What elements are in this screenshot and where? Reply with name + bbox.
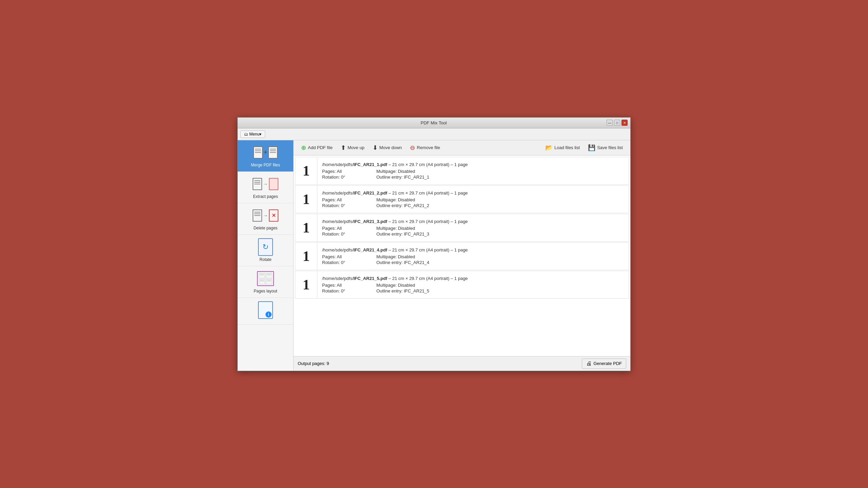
file-item[interactable]: 1 /home/sde/pdfs/IFC_AR21_5.pdf – 21 cm … (295, 271, 629, 299)
right-panel: ⊕ Add PDF file ⬆ Move up ⬇ Move down ⊖ R… (294, 140, 630, 371)
sidebar-item-merge[interactable]: + Merge PDF files (238, 140, 293, 172)
close-button[interactable]: ✕ (622, 120, 628, 126)
titlebar-buttons: — □ ✕ (607, 120, 628, 126)
menubar: 🗂 Menu▾ (238, 128, 630, 140)
file-path: /home/sde/pdfs/IFC_AR21_3.pdf – 21 cm × … (322, 219, 468, 224)
file-page-num: 1 (303, 163, 310, 179)
extract-icon: → (253, 176, 278, 192)
load-icon: 📂 (545, 144, 553, 151)
load-files-button[interactable]: 📂 Load files list (542, 142, 583, 153)
file-path: /home/sde/pdfs/IFC_AR21_4.pdf – 21 cm × … (322, 247, 468, 252)
file-outline: Outline entry: IFC_AR21_1 (376, 175, 444, 180)
file-list: 1 /home/sde/pdfs/IFC_AR21_1.pdf – 21 cm … (294, 156, 630, 356)
sidebar-item-info[interactable]: i (238, 298, 293, 325)
file-thumbnail: 1 (295, 243, 317, 270)
file-thumbnail: 1 (295, 157, 317, 184)
file-info: /home/sde/pdfs/IFC_AR21_4.pdf – 21 cm × … (317, 243, 473, 270)
save-files-label: Save files list (597, 145, 623, 150)
sidebar-item-layout[interactable]: Pages layout (238, 266, 293, 298)
file-meta: – 21 cm × 29.7 cm (A4 portrait) – 1 page (389, 276, 468, 281)
file-meta: – 21 cm × 29.7 cm (A4 portrait) – 1 page (389, 190, 468, 196)
file-multipage: Multipage: Disabled (376, 254, 444, 259)
minimize-button[interactable]: — (607, 120, 613, 126)
file-item[interactable]: 1 /home/sde/pdfs/IFC_AR21_2.pdf – 21 cm … (295, 185, 629, 213)
generate-label: Generate PDF (593, 361, 622, 366)
file-rotation: Rotation: 0° (322, 231, 376, 237)
output-pages-label: Output pages: 9 (298, 361, 329, 366)
file-meta: – 21 cm × 29.7 cm (A4 portrait) – 1 page (389, 219, 468, 224)
sidebar-item-rotate[interactable]: ↻ Rotate (238, 235, 293, 266)
file-info: /home/sde/pdfs/IFC_AR21_1.pdf – 21 cm × … (317, 157, 473, 184)
file-info: /home/sde/pdfs/IFC_AR21_3.pdf – 21 cm × … (317, 214, 473, 241)
titlebar: PDF Mix Tool — □ ✕ (238, 118, 630, 128)
layout-icon (257, 270, 274, 287)
move-up-icon: ⬆ (341, 144, 346, 151)
file-thumbnail: 1 (295, 271, 317, 298)
file-page-num: 1 (303, 220, 310, 236)
file-name: IFC_AR21_2.pdf (354, 190, 388, 196)
file-details: Pages: All Multipage: Disabled Rotation:… (322, 197, 468, 208)
file-meta: – 21 cm × 29.7 cm (A4 portrait) – 1 page (389, 162, 468, 167)
file-path: /home/sde/pdfs/IFC_AR21_1.pdf – 21 cm × … (322, 162, 468, 167)
sidebar-item-label-layout: Pages layout (254, 289, 277, 293)
file-name: IFC_AR21_1.pdf (354, 162, 388, 167)
sidebar-item-label-delete: Delete pages (254, 226, 278, 230)
rotate-icon: ↻ (258, 239, 273, 255)
sidebar-item-label-extract: Extract pages (253, 194, 278, 199)
load-files-label: Load files list (554, 145, 580, 150)
add-pdf-button[interactable]: ⊕ Add PDF file (298, 142, 336, 153)
file-item[interactable]: 1 /home/sde/pdfs/IFC_AR21_1.pdf – 21 cm … (295, 157, 629, 185)
move-down-icon: ⬇ (373, 144, 378, 151)
file-meta: – 21 cm × 29.7 cm (A4 portrait) – 1 page (389, 247, 468, 252)
file-multipage: Multipage: Disabled (376, 283, 444, 288)
file-page-num: 1 (303, 191, 310, 207)
file-pages: Pages: All (322, 254, 376, 259)
sidebar-item-label-rotate: Rotate (259, 257, 271, 262)
file-details: Pages: All Multipage: Disabled Rotation:… (322, 169, 468, 180)
file-path: /home/sde/pdfs/IFC_AR21_5.pdf – 21 cm × … (322, 276, 468, 281)
file-name: IFC_AR21_3.pdf (354, 219, 388, 224)
file-item[interactable]: 1 /home/sde/pdfs/IFC_AR21_4.pdf – 21 cm … (295, 242, 629, 270)
file-info: /home/sde/pdfs/IFC_AR21_5.pdf – 21 cm × … (317, 271, 473, 298)
file-path: /home/sde/pdfs/IFC_AR21_2.pdf – 21 cm × … (322, 190, 468, 196)
sidebar-item-extract[interactable]: → Extract pages (238, 172, 293, 203)
menu-button[interactable]: 🗂 Menu▾ (240, 130, 265, 138)
add-pdf-label: Add PDF file (308, 145, 333, 150)
save-icon: 💾 (588, 144, 595, 151)
generate-icon: 🖨 (586, 361, 592, 367)
file-outline: Outline entry: IFC_AR21_3 (376, 231, 444, 237)
sidebar-item-label-merge: Merge PDF files (251, 163, 280, 167)
sidebar: + Merge PDF files → (238, 140, 294, 371)
file-pages: Pages: All (322, 283, 376, 288)
file-outline: Outline entry: IFC_AR21_4 (376, 260, 444, 265)
remove-file-label: Remove file (417, 145, 440, 150)
generate-pdf-button[interactable]: 🖨 Generate PDF (582, 359, 626, 369)
add-icon: ⊕ (301, 144, 306, 151)
merge-icon: + (253, 144, 278, 161)
file-page-num: 1 (303, 277, 310, 293)
file-multipage: Multipage: Disabled (376, 226, 444, 231)
file-pages: Pages: All (322, 169, 376, 174)
maximize-button[interactable]: □ (614, 120, 620, 126)
file-item[interactable]: 1 /home/sde/pdfs/IFC_AR21_3.pdf – 21 cm … (295, 214, 629, 242)
main-content: + Merge PDF files → (238, 140, 630, 371)
app-window: PDF Mix Tool — □ ✕ 🗂 Menu▾ + (237, 117, 631, 371)
file-thumbnail: 1 (295, 186, 317, 213)
move-up-button[interactable]: ⬆ Move up (337, 142, 368, 153)
file-multipage: Multipage: Disabled (376, 169, 444, 174)
file-details: Pages: All Multipage: Disabled Rotation:… (322, 226, 468, 237)
delete-icon: → ✕ (253, 207, 278, 224)
remove-file-button[interactable]: ⊖ Remove file (407, 142, 443, 153)
info-icon: i (258, 302, 273, 318)
move-down-button[interactable]: ⬇ Move down (369, 142, 405, 153)
file-pages: Pages: All (322, 197, 376, 202)
file-thumbnail: 1 (295, 214, 317, 241)
move-up-label: Move up (348, 145, 364, 150)
save-files-button[interactable]: 💾 Save files list (585, 142, 626, 153)
sidebar-item-delete[interactable]: → ✕ Delete pages (238, 203, 293, 235)
toolbar: ⊕ Add PDF file ⬆ Move up ⬇ Move down ⊖ R… (294, 140, 630, 156)
file-rotation: Rotation: 0° (322, 260, 376, 265)
file-details: Pages: All Multipage: Disabled Rotation:… (322, 283, 468, 293)
file-details: Pages: All Multipage: Disabled Rotation:… (322, 254, 468, 265)
file-rotation: Rotation: 0° (322, 203, 376, 208)
